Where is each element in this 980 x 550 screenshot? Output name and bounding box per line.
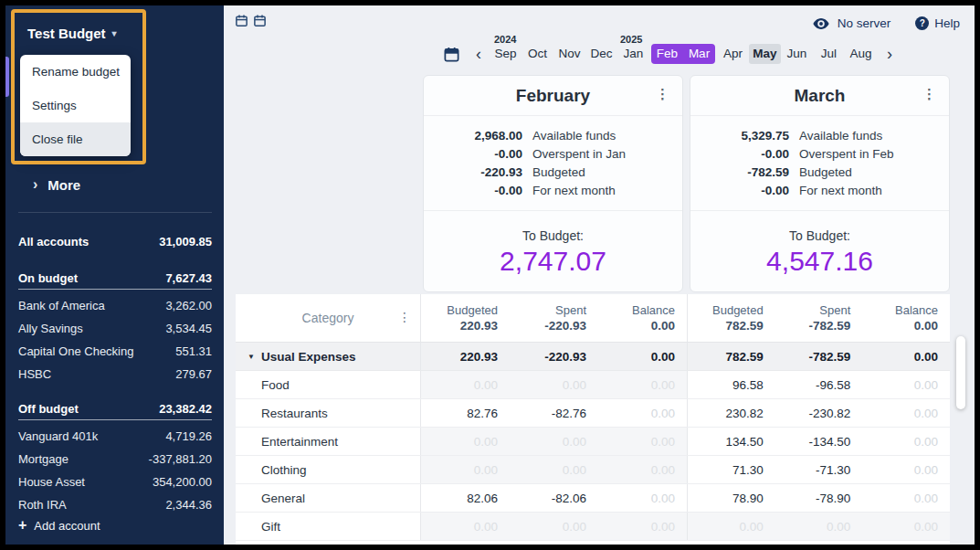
month-tab-oct[interactable]: Oct [522, 44, 553, 64]
account-balance: 354,200.00 [153, 475, 212, 489]
add-account-button[interactable]: + Add account [18, 517, 100, 534]
category-row-restaurants[interactable]: Restaurants 82.76-82.760.00 230.82-230.8… [236, 399, 950, 428]
sidebar-item-account-roth-ira[interactable]: Roth IRA 2,344.36 [18, 493, 212, 516]
cell-balance[interactable]: 0.00 [862, 428, 950, 455]
category-name: Gift [236, 513, 420, 540]
menu-item-settings[interactable]: Settings [20, 89, 131, 122]
sidebar-item-account-bank-of-america[interactable]: Bank of America 3,262.00 [18, 294, 212, 317]
cell-balance[interactable]: 0.00 [598, 484, 687, 512]
cell-budgeted[interactable]: 96.58 [688, 371, 775, 398]
month-tab-jan[interactable]: Jan [617, 44, 649, 64]
category-row-entertainment[interactable]: Entertainment 0.000.000.00 134.50-134.50… [236, 428, 950, 456]
sidebar-item-account-vanguard-401k[interactable]: Vanguard 401k 4,719.26 [18, 425, 212, 448]
category-row-gift[interactable]: Gift 0.000.000.00 0.000.000.00 [236, 513, 950, 541]
cell-budgeted[interactable]: 0.00 [421, 428, 510, 455]
cell-budgeted[interactable]: 71.30 [688, 456, 775, 483]
status-bar: No server ? Help [813, 16, 960, 30]
month-title-label: March [795, 86, 846, 106]
sidebar-item-account-capital-one-checking[interactable]: Capital One Checking 551.31 [18, 340, 212, 363]
cell-balance[interactable]: 0.00 [598, 428, 687, 455]
cell-budgeted[interactable]: 0.00 [421, 513, 510, 540]
menu-item-rename-budget[interactable]: Rename budget [20, 55, 131, 89]
kebab-menu-icon[interactable]: ⋮ [398, 310, 411, 324]
sidebar-item-on-budget[interactable]: On budget 7,627.43 [18, 268, 212, 290]
cell-balance[interactable]: 0.00 [862, 456, 950, 483]
month-tab-mar-selected[interactable]: Mar [683, 44, 715, 64]
cell-spent[interactable]: 0.00 [510, 513, 598, 540]
category-row-food[interactable]: Food 0.000.000.00 96.58-96.580.00 [236, 371, 950, 399]
cell-budgeted[interactable]: 82.06 [421, 484, 510, 512]
sidebar-item-account-ally-savings[interactable]: Ally Savings 3,534.45 [18, 317, 212, 340]
month-tab-may-current[interactable]: May [749, 44, 781, 64]
calendar-icon[interactable] [235, 14, 248, 27]
cell-spent[interactable]: -230.82 [775, 399, 863, 427]
available-funds-value: 2,968.00 [424, 129, 522, 143]
group-budgeted: 220.93 [421, 343, 510, 370]
overspent-value: -0.00 [424, 147, 522, 161]
server-status-label[interactable]: No server [838, 16, 891, 30]
category-name: Entertainment [236, 428, 420, 455]
month-summary: 2,968.00Available funds -0.00Overspent i… [424, 116, 682, 211]
cell-budgeted[interactable]: 230.82 [688, 399, 775, 427]
category-name: General [236, 484, 420, 512]
month-tab-jul[interactable]: Jul [813, 44, 845, 64]
month-tab-nov[interactable]: Nov [553, 44, 585, 64]
month-tab-dec[interactable]: Dec [585, 44, 617, 64]
menu-item-close-file[interactable]: Close file [20, 122, 131, 156]
sidebar-item-account-hsbc[interactable]: HSBC 279.67 [18, 363, 212, 386]
to-budget-amount[interactable]: 4,547.16 [690, 246, 949, 277]
sidebar-item-off-budget[interactable]: Off budget 23,382.42 [18, 398, 212, 420]
cell-balance[interactable]: 0.00 [862, 484, 950, 512]
cell-spent[interactable]: 0.00 [510, 456, 598, 483]
month-tab-apr[interactable]: Apr [717, 44, 749, 64]
collapse-arrow-icon[interactable]: ▼ [248, 353, 255, 361]
cell-spent[interactable]: -82.76 [510, 399, 598, 427]
cell-budgeted[interactable]: 78.90 [688, 484, 775, 512]
cell-balance[interactable]: 0.00 [598, 371, 687, 398]
cell-spent[interactable]: -134.50 [775, 428, 863, 455]
category-row-clothing[interactable]: Clothing 0.000.000.00 71.30-71.300.00 [236, 456, 950, 484]
cell-spent[interactable]: -82.06 [510, 484, 598, 512]
calendar-icon[interactable] [443, 46, 460, 63]
calendar-icon[interactable] [253, 14, 267, 27]
cell-balance[interactable]: 0.00 [598, 399, 687, 427]
category-group-row-usual-expenses[interactable]: ▼ Usual Expenses 220.93 -220.93 0.00 782… [236, 343, 950, 371]
cell-spent[interactable]: 0.00 [510, 428, 598, 455]
kebab-menu-icon[interactable]: ⋮ [656, 86, 669, 102]
cell-balance[interactable]: 0.00 [862, 513, 950, 540]
month-tab-jun[interactable]: Jun [781, 44, 813, 64]
sidebar-more-toggle[interactable]: › More [33, 176, 80, 193]
group-budgeted: 782.59 [688, 343, 775, 370]
budget-file-switcher[interactable]: Test Budget ▾ [27, 26, 117, 41]
month-tab-feb-selected[interactable]: Feb [651, 44, 683, 64]
month-tab-sep[interactable]: Sep [490, 44, 522, 64]
cell-balance[interactable]: 0.00 [598, 513, 687, 540]
next-months-button[interactable]: › [884, 45, 895, 64]
cell-balance[interactable]: 0.00 [598, 456, 687, 483]
eye-icon[interactable] [813, 17, 829, 30]
cell-spent[interactable]: -71.30 [775, 456, 863, 483]
to-budget-amount[interactable]: 2,747.07 [424, 246, 682, 277]
month-tab-aug[interactable]: Aug [845, 44, 877, 64]
cell-budgeted[interactable]: 0.00 [421, 456, 510, 483]
next-month-label: For next month [532, 184, 616, 197]
cell-budgeted[interactable]: 82.76 [421, 399, 510, 427]
category-row-general[interactable]: General 82.06-82.060.00 78.90-78.900.00 [236, 484, 950, 513]
cell-balance[interactable]: 0.00 [862, 371, 950, 398]
cell-budgeted[interactable]: 0.00 [688, 513, 775, 540]
cell-budgeted[interactable]: 0.00 [421, 371, 510, 398]
prev-months-button[interactable]: ‹ [473, 45, 484, 64]
cell-spent[interactable]: -78.90 [775, 484, 863, 512]
cell-budgeted[interactable]: 134.50 [688, 428, 775, 455]
vertical-scrollbar-thumb[interactable] [956, 336, 965, 409]
cell-balance[interactable]: 0.00 [862, 399, 950, 427]
cell-spent[interactable]: 0.00 [775, 513, 863, 540]
cell-spent[interactable]: 0.00 [510, 371, 598, 398]
cell-spent[interactable]: -96.58 [775, 371, 863, 398]
sidebar-item-account-mortgage[interactable]: Mortgage -337,881.20 [18, 448, 212, 471]
column-header-balance: Balance [895, 303, 938, 317]
sidebar-item-account-house-asset[interactable]: House Asset 354,200.00 [18, 471, 212, 493]
sidebar-item-all-accounts[interactable]: All accounts 31,009.85 [18, 229, 212, 253]
help-button[interactable]: ? Help [915, 16, 960, 30]
kebab-menu-icon[interactable]: ⋮ [922, 86, 936, 102]
